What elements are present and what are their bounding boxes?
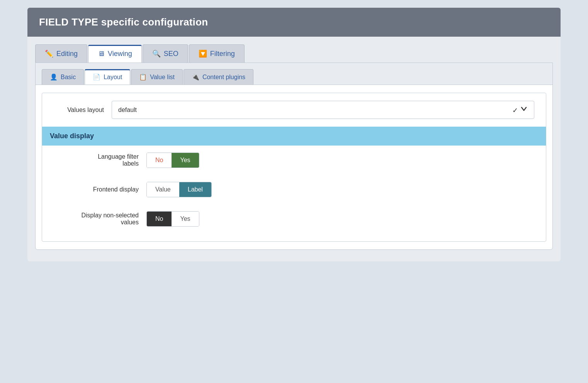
list-icon: 📋 [139, 73, 147, 81]
chevron-down-icon: ✓ [512, 105, 528, 115]
tab-layout-label: Layout [104, 74, 122, 81]
value-display-title: Value display [50, 132, 94, 140]
secondary-tabs: 👤 Basic 📄 Layout 📋 Value list 🔌 Content … [36, 63, 552, 85]
page-header: FIELD TYPE specific configuration [27, 8, 561, 37]
secondary-container: 👤 Basic 📄 Layout 📋 Value list 🔌 Content … [35, 63, 553, 250]
tab-basic-label: Basic [61, 74, 76, 81]
frontend-display-value-button[interactable]: Value [147, 182, 179, 197]
main-content: ✏️ Editing 🖥 Viewing 🔍 SEO 🔽 Filtering [27, 37, 561, 261]
display-non-selected-values-row: Display non-selectedvalues No Yes [42, 204, 546, 234]
values-layout-select[interactable]: default ✓ [112, 101, 534, 119]
tab-viewing-label: Viewing [108, 50, 132, 58]
language-filter-labels-toggle: No Yes [146, 153, 199, 168]
tab-value-list-label: Value list [150, 74, 175, 81]
search-icon: 🔍 [152, 49, 161, 58]
tab-seo[interactable]: 🔍 SEO [143, 44, 188, 63]
dropdown-chevron-icon [520, 105, 528, 113]
language-filter-no-button[interactable]: No [147, 153, 172, 168]
frontend-display-label: Frontend display [54, 186, 139, 193]
frontend-display-toggle: Value Label [146, 182, 212, 197]
frontend-display-row: Frontend display Value Label [42, 175, 546, 204]
values-layout-value: default [118, 107, 137, 114]
filter-icon: 🔽 [199, 49, 207, 58]
edit-icon: ✏️ [45, 49, 53, 58]
tab-viewing[interactable]: 🖥 Viewing [88, 45, 142, 63]
page-wrapper: FIELD TYPE specific configuration ✏️ Edi… [27, 8, 561, 261]
tab-value-list[interactable]: 📋 Value list [131, 69, 183, 85]
tab-seo-label: SEO [164, 50, 178, 58]
language-filter-labels-row: Language filterlabels No Yes [42, 146, 546, 175]
monitor-icon: 🖥 [98, 50, 105, 58]
tab-content-plugins-label: Content plugins [202, 74, 245, 81]
display-non-selected-yes-button[interactable]: Yes [172, 212, 199, 226]
value-display-section-header: Value display [42, 127, 546, 146]
tab-editing-label: Editing [56, 50, 78, 58]
content-panel: Values layout default ✓ Value display [42, 93, 546, 242]
document-icon: 📄 [93, 73, 100, 81]
user-icon: 👤 [50, 73, 58, 81]
plug-icon: 🔌 [192, 73, 199, 81]
values-layout-label: Values layout [54, 107, 104, 114]
frontend-display-label-button[interactable]: Label [179, 182, 211, 197]
tab-filtering[interactable]: 🔽 Filtering [189, 44, 245, 63]
tab-content-plugins[interactable]: 🔌 Content plugins [184, 69, 253, 85]
values-layout-row: Values layout default ✓ [42, 93, 546, 127]
display-non-selected-values-toggle: No Yes [146, 211, 199, 227]
display-non-selected-values-label: Display non-selectedvalues [54, 212, 139, 226]
tab-editing[interactable]: ✏️ Editing [35, 44, 87, 63]
language-filter-labels-label: Language filterlabels [54, 153, 139, 167]
display-non-selected-no-button[interactable]: No [147, 212, 172, 226]
page-title: FIELD TYPE specific configuration [39, 16, 549, 28]
language-filter-yes-button[interactable]: Yes [172, 153, 199, 168]
tab-filtering-label: Filtering [210, 50, 235, 58]
tab-layout[interactable]: 📄 Layout [85, 69, 130, 85]
tab-basic[interactable]: 👤 Basic [42, 69, 84, 85]
primary-tabs: ✏️ Editing 🖥 Viewing 🔍 SEO 🔽 Filtering [35, 44, 553, 63]
